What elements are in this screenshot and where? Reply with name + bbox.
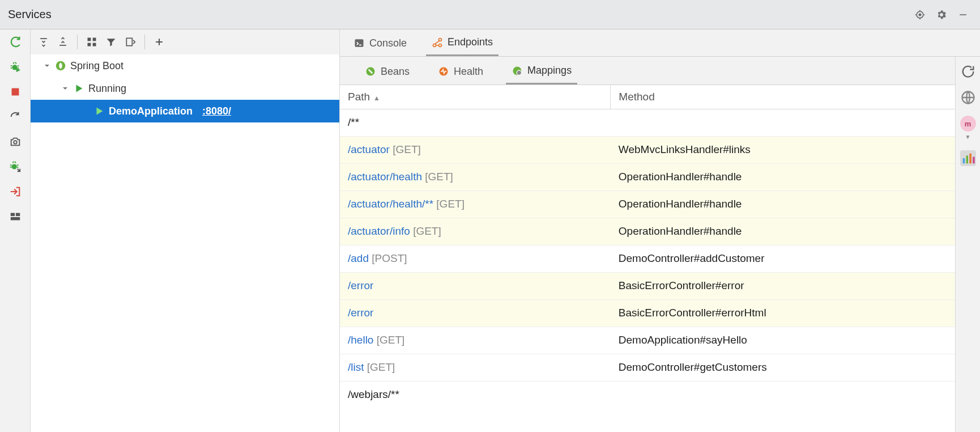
cell-method: DemoApplication#sayHello [611,327,955,354]
rerun-icon[interactable] [6,33,24,51]
col-header-method[interactable]: Method [611,85,955,109]
table-row[interactable]: /errorBasicErrorController#errorHtml [340,299,955,327]
svg-point-23 [517,70,521,75]
table-row[interactable]: /webjars/** [340,381,955,408]
cell-method: OperationHandler#handle [611,218,955,245]
beans-icon [365,66,376,77]
tab-label: Console [369,37,407,49]
svg-rect-12 [88,43,91,46]
exit-icon[interactable] [6,183,24,201]
mappings-table-wrap: Path▲ Method /**/actuator [GET]WebMvcLin… [340,85,955,432]
cell-method: BasicErrorController#error [611,272,955,299]
cell-path: /actuator/health/** [GET] [340,190,611,218]
badge-m-icon[interactable]: m [960,116,976,132]
cell-path: /list [GET] [340,354,611,381]
svg-point-19 [439,44,442,46]
svg-rect-28 [973,157,975,164]
tree-node-app-port: :8080/ [202,105,231,117]
collapse-all-icon[interactable] [54,33,71,50]
chevron-down-icon [43,62,51,70]
cell-method [611,381,955,408]
cell-path: /** [340,109,611,136]
cell-method: BasicErrorController#errorHtml [611,299,955,327]
health-icon [438,66,449,77]
tree-body: Spring Boot Running DemoApplication :808… [31,54,339,432]
play-icon [93,105,105,117]
tab-label: Endpoints [448,36,493,48]
table-row[interactable]: /add [POST]DemoController#addCustomer [340,245,955,272]
cell-path: /error [340,299,611,327]
mappings-icon [512,65,523,77]
gear-icon[interactable] [932,6,951,24]
svg-point-5 [14,141,17,144]
left-gutter [0,29,31,432]
tab-console[interactable]: Console [348,30,412,56]
expand-all-icon[interactable] [35,33,52,50]
table-row[interactable]: /actuator [GET]WebMvcLinksHandler#links [340,136,955,163]
chevron-down-icon [61,84,69,92]
panel-header: Services [0,0,980,29]
panel-title: Services [8,8,52,21]
stats-icon[interactable] [960,150,976,166]
table-row[interactable]: /errorBasicErrorController#error [340,272,955,299]
cell-path: /webjars/** [340,381,611,408]
bug-export-icon[interactable] [6,158,24,176]
tree-node-app-name: DemoApplication [109,105,193,117]
panel-body: Spring Boot Running DemoApplication :808… [0,29,980,432]
svg-rect-6 [11,164,16,169]
col-header-path[interactable]: Path▲ [340,85,611,109]
table-row[interactable]: /hello [GET]DemoApplication#sayHello [340,327,955,354]
table-row[interactable]: /actuator/health/** [GET]OperationHandle… [340,190,955,218]
table-row[interactable]: /actuator/health [GET]OperationHandler#h… [340,163,955,190]
subtab-row: Beans Health Mappings [340,57,955,85]
layout-icon[interactable] [6,207,24,226]
globe-icon[interactable] [960,90,976,105]
cell-method [611,109,955,136]
svg-point-17 [433,44,436,46]
svg-rect-4 [11,88,19,96]
svg-rect-26 [966,155,968,163]
svg-rect-11 [93,38,96,41]
chevron-down-icon[interactable]: ▼ [965,134,971,140]
settings-view-icon[interactable] [122,33,139,50]
springboot-icon [54,60,67,72]
tree-node-app[interactable]: DemoApplication :8080/ [31,100,339,122]
subtab-health[interactable]: Health [432,58,489,84]
cell-path: /actuator [GET] [340,136,611,163]
minimize-icon[interactable] [954,6,972,24]
cell-method: OperationHandler#handle [611,190,955,218]
cell-path: /add [POST] [340,245,611,272]
tree-node-running[interactable]: Running [31,77,339,100]
cell-method: DemoController#getCustomers [611,354,955,381]
bug-run-icon[interactable] [6,58,24,76]
tab-endpoints[interactable]: Endpoints [426,30,498,56]
svg-rect-10 [88,38,91,41]
sort-asc-icon: ▲ [373,94,380,102]
cell-path: /actuator/health [GET] [340,163,611,190]
table-row[interactable]: /actuator/info [GET]OperationHandler#han… [340,218,955,245]
subtab-label: Beans [381,66,410,78]
svg-rect-25 [962,158,965,163]
mappings-table: Path▲ Method /**/actuator [GET]WebMvcLin… [340,85,955,408]
filter-icon[interactable] [103,33,120,50]
svg-rect-27 [969,154,972,164]
refresh-icon[interactable] [960,63,976,79]
target-icon[interactable] [911,6,929,24]
tree-node-springboot[interactable]: Spring Boot [31,54,339,77]
tree-node-label: Running [88,83,126,95]
table-row[interactable]: /list [GET]DemoController#getCustomers [340,354,955,381]
cell-method: DemoController#addCustomer [611,245,955,272]
subtab-beans[interactable]: Beans [359,58,415,84]
cell-path: /hello [GET] [340,327,611,354]
svg-rect-14 [126,38,132,45]
table-row[interactable]: /** [340,109,955,136]
console-icon [353,37,365,49]
svg-rect-16 [355,39,364,46]
svg-rect-7 [10,213,14,217]
camera-icon[interactable] [6,133,24,151]
group-icon[interactable] [83,33,100,50]
refresh-icon[interactable] [6,108,24,126]
add-icon[interactable] [151,33,168,50]
stop-icon[interactable] [6,83,24,101]
subtab-mappings[interactable]: Mappings [506,58,577,84]
